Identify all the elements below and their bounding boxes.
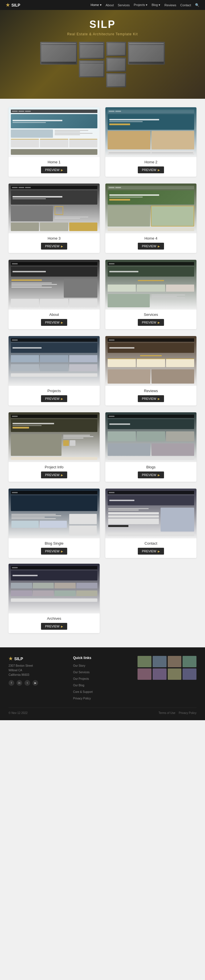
gallery-thumb-1	[138, 656, 151, 667]
btn-arrow-icon-8: ▶	[158, 397, 160, 400]
footer-link-privacy[interactable]: Privacy Policy	[73, 697, 91, 700]
template-info-contact: Contact PREVIEW ▶	[105, 538, 197, 558]
template-card-home4: Home 4 PREVIEW ▶	[105, 183, 197, 253]
footer-link-item: Privacy Policy	[73, 695, 132, 700]
template-preview-about	[8, 260, 100, 310]
preview-btn-archives[interactable]: PREVIEW ▶	[41, 623, 67, 630]
gallery-thumb-2	[153, 656, 167, 667]
btn-arrow-icon-4: ▶	[158, 245, 160, 248]
template-preview-services	[105, 260, 197, 310]
preview-btn-about[interactable]: PREVIEW ▶	[41, 319, 67, 326]
hero-title: SILP	[6, 19, 199, 30]
preview-btn-blog-single[interactable]: PREVIEW ▶	[41, 548, 67, 555]
template-card-home1: Home 1 PREVIEW ▶	[8, 107, 100, 177]
template-info-project-info: Project Info PREVIEW ▶	[8, 462, 100, 482]
template-card-project-info: Project Info PREVIEW ▶	[8, 412, 100, 482]
footer-link-projects[interactable]: Our Projects	[73, 677, 89, 680]
nav-home[interactable]: Home ▾	[91, 3, 102, 7]
preview-btn-home4[interactable]: PREVIEW ▶	[138, 243, 164, 250]
btn-arrow-icon-3: ▶	[61, 245, 63, 248]
footer-link-story[interactable]: Our Story	[73, 664, 86, 667]
btn-arrow-icon-10: ▶	[158, 474, 160, 477]
preview-btn-home2[interactable]: PREVIEW ▶	[138, 167, 164, 173]
gallery-thumb-7	[168, 668, 182, 680]
facebook-icon[interactable]: f	[8, 680, 14, 686]
template-name-home4: Home 4	[109, 236, 193, 240]
preview-btn-home1[interactable]: PREVIEW ▶	[41, 167, 67, 173]
footer-link-services[interactable]: Our Services	[73, 671, 90, 674]
template-card-blog-single: Blog Single PREVIEW ▶	[8, 488, 100, 558]
search-icon[interactable]: 🔍	[195, 3, 199, 7]
template-info-home1: Home 1 PREVIEW ▶	[8, 157, 100, 177]
template-info-home3: Home 3 PREVIEW ▶	[8, 233, 100, 253]
template-card-contact: Contact PREVIEW ▶	[105, 488, 197, 558]
hero-preview-2	[79, 42, 105, 59]
footer-links-title: Quick links	[73, 656, 132, 660]
btn-arrow-icon-11: ▶	[61, 550, 63, 553]
template-card-projects: Projects PREVIEW ▶	[8, 336, 100, 406]
hero-preview-grid	[6, 42, 199, 88]
template-grid: Home 1 PREVIEW ▶	[8, 107, 197, 558]
main-content: Home 1 PREVIEW ▶	[0, 99, 205, 648]
nav-services[interactable]: Services	[118, 3, 130, 7]
template-info-projects: Projects PREVIEW ▶	[8, 386, 100, 406]
preview-btn-home3[interactable]: PREVIEW ▶	[41, 243, 67, 250]
hero-preview-7	[128, 42, 165, 65]
nav-reviews[interactable]: Reviews	[165, 3, 176, 7]
template-preview-reviews	[105, 336, 197, 386]
preview-btn-services[interactable]: PREVIEW ▶	[138, 319, 164, 326]
template-info-blogs: Blogs PREVIEW ▶	[105, 462, 197, 482]
nav-projects[interactable]: Projects ▾	[134, 3, 148, 7]
footer-logo: ★ SILP	[8, 656, 67, 661]
preview-btn-projects[interactable]: PREVIEW ▶	[41, 395, 67, 402]
template-preview-home4	[105, 183, 197, 233]
template-name-reviews: Reviews	[109, 389, 193, 393]
footer-quick-links: Quick links Our Story Our Services Our P…	[73, 656, 132, 702]
preview-btn-reviews[interactable]: PREVIEW ▶	[138, 395, 164, 402]
footer-privacy-link[interactable]: Privacy Policy	[179, 711, 197, 714]
youtube-icon[interactable]: ▶	[32, 680, 38, 686]
template-preview-projects	[8, 336, 100, 386]
nav-contact[interactable]: Contact	[180, 3, 191, 7]
template-name-contact: Contact	[109, 541, 193, 546]
template-card-reviews: Reviews PREVIEW ▶	[105, 336, 197, 406]
gallery-thumb-8	[183, 668, 197, 680]
footer-address: 2307 Bexton Street Willowl CA California…	[8, 663, 67, 677]
footer-link-blog[interactable]: Our Blog	[73, 684, 84, 687]
twitter-icon[interactable]: t	[24, 680, 30, 686]
template-card-about: About PREVIEW ▶	[8, 260, 100, 329]
template-preview-home1	[8, 107, 100, 157]
footer-link-support[interactable]: Core & Support	[73, 690, 93, 694]
btn-arrow-icon-9: ▶	[61, 474, 63, 477]
btn-arrow-icon-12: ▶	[158, 550, 160, 553]
nav-blog[interactable]: Blog ▾	[151, 3, 160, 7]
gallery-thumb-5	[138, 668, 151, 680]
gallery-thumb-6	[153, 668, 167, 680]
footer-terms-link[interactable]: Terms of Use	[159, 711, 175, 714]
btn-arrow-icon-13: ▶	[61, 625, 63, 628]
gallery-thumb-3	[168, 656, 182, 667]
template-info-about: About PREVIEW ▶	[8, 310, 100, 329]
footer-bottom: © Nov 12 2022 Terms of Use Privacy Polic…	[8, 708, 197, 714]
btn-arrow-icon-7: ▶	[61, 397, 63, 400]
template-name-home3: Home 3	[12, 236, 96, 240]
footer-links-list: Our Story Our Services Our Projects Our …	[73, 663, 132, 700]
template-info-home2: Home 2 PREVIEW ▶	[105, 157, 197, 177]
footer-link-item: Core & Support	[73, 689, 132, 694]
preview-btn-blogs[interactable]: PREVIEW ▶	[138, 471, 164, 478]
preview-btn-contact[interactable]: PREVIEW ▶	[138, 548, 164, 555]
footer-address-line3: California 96603	[8, 673, 67, 677]
footer-link-item: Our Projects	[73, 676, 132, 681]
template-info-services: Services PREVIEW ▶	[105, 310, 197, 329]
template-name-project-info: Project Info	[12, 465, 96, 469]
hero-preview-1	[40, 42, 77, 65]
template-name-blog-single: Blog Single	[12, 541, 96, 546]
template-info-blog-single: Blog Single PREVIEW ▶	[8, 538, 100, 558]
footer-link-item: Our Story	[73, 663, 132, 668]
template-preview-archives	[8, 564, 100, 614]
preview-btn-project-info[interactable]: PREVIEW ▶	[41, 471, 67, 478]
nav-about[interactable]: About	[106, 3, 114, 7]
footer-address-line2: Willowl CA	[8, 668, 67, 673]
instagram-icon[interactable]: in	[16, 680, 22, 686]
btn-arrow-icon-2: ▶	[158, 169, 160, 172]
